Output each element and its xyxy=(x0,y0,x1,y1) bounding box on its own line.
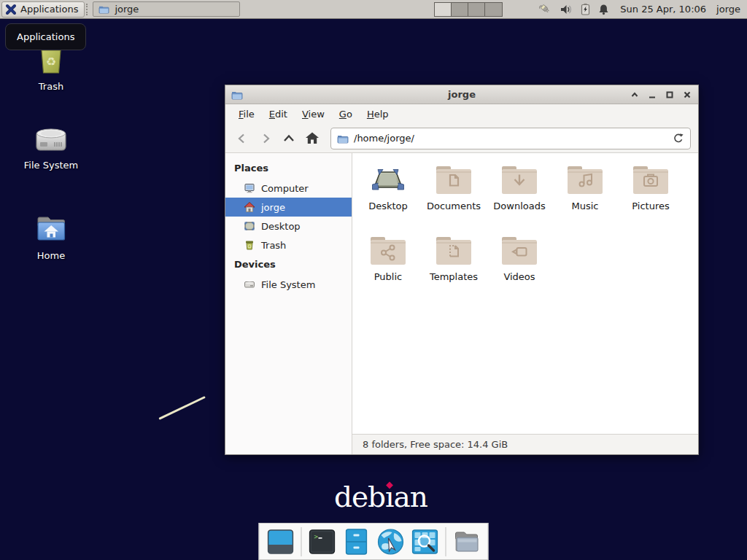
sidebar-item-filesystem[interactable]: File System xyxy=(225,275,352,294)
home-icon xyxy=(305,131,320,145)
menu-view[interactable]: View xyxy=(295,106,332,122)
sidebar-item-computer[interactable]: Computer xyxy=(225,179,352,198)
file-music[interactable]: Music xyxy=(552,163,618,233)
file-label: Pictures xyxy=(632,201,669,211)
titlebar[interactable]: jorge xyxy=(225,85,698,104)
application-finder-launcher[interactable] xyxy=(411,528,439,556)
menu-file[interactable]: File xyxy=(231,106,262,122)
volume-icon[interactable] xyxy=(560,4,573,15)
toolbar: /home/jorge/ xyxy=(225,124,698,153)
file-view: Desktop Documents xyxy=(352,153,698,454)
address-bar[interactable]: /home/jorge/ xyxy=(330,128,691,149)
sidebar-item-desktop[interactable]: Desktop xyxy=(225,217,352,236)
desktop-icon xyxy=(244,220,255,232)
network-plug-icon[interactable] xyxy=(539,3,552,15)
xfce-applications-icon xyxy=(5,4,17,15)
drive-icon xyxy=(244,279,255,290)
menubar: File Edit View Go Help xyxy=(225,104,698,124)
minimize-button[interactable] xyxy=(646,89,657,100)
sidebar-item-label: Trash xyxy=(261,240,286,251)
sidebar-item-trash[interactable]: Trash xyxy=(225,236,352,254)
sidebar-item-label: File System xyxy=(261,279,315,290)
folder-downloads-icon xyxy=(502,165,537,194)
folder-videos-icon xyxy=(502,236,537,265)
panel-username[interactable]: jorge xyxy=(716,4,740,15)
file-label: Desktop xyxy=(368,201,408,211)
back-icon xyxy=(236,132,249,145)
back-button[interactable] xyxy=(233,129,252,148)
folder-music-icon xyxy=(568,165,603,194)
workspace-2[interactable] xyxy=(452,3,468,16)
statusbar: 8 folders, Free space: 14.4 GiB xyxy=(352,434,698,454)
applications-tooltip: Applications xyxy=(5,23,86,50)
applications-menu-button[interactable]: Applications xyxy=(1,1,85,18)
file-desktop[interactable]: Desktop xyxy=(355,163,421,233)
show-desktop-launcher[interactable] xyxy=(267,528,295,556)
forward-icon xyxy=(259,132,272,145)
panel-handle[interactable] xyxy=(86,4,91,15)
notifications-bell-icon[interactable] xyxy=(598,4,609,15)
file-label: Videos xyxy=(503,271,535,282)
window-folder-icon xyxy=(231,90,243,100)
file-documents[interactable]: Documents xyxy=(421,163,487,233)
computer-icon xyxy=(244,182,255,194)
sidebar: Places Computer jorge xyxy=(225,153,352,454)
hard-drive-icon xyxy=(16,122,86,155)
sidebar-item-jorge[interactable]: jorge xyxy=(225,198,352,217)
file-grid[interactable]: Desktop Documents xyxy=(352,153,698,434)
file-public[interactable]: Public xyxy=(355,233,421,304)
desktop-icon-home[interactable]: Home xyxy=(16,213,86,261)
address-input[interactable]: /home/jorge/ xyxy=(354,133,667,144)
file-downloads[interactable]: Downloads xyxy=(487,163,552,233)
close-button[interactable] xyxy=(681,89,692,100)
up-button[interactable] xyxy=(279,129,298,148)
dock-separator xyxy=(301,527,302,556)
file-label: Documents xyxy=(427,201,481,211)
file-label: Public xyxy=(374,271,402,282)
menu-help[interactable]: Help xyxy=(360,106,396,122)
sidebar-heading-devices: Devices xyxy=(225,254,352,275)
forward-button[interactable] xyxy=(256,129,275,148)
file-pictures[interactable]: Pictures xyxy=(618,163,684,233)
taskbar-window-button[interactable]: jorge xyxy=(93,1,240,17)
desktop-icon-filesystem[interactable]: File System xyxy=(16,122,86,171)
workspace-1[interactable] xyxy=(435,3,452,16)
reload-icon[interactable] xyxy=(673,133,684,144)
file-templates[interactable]: Templates xyxy=(421,233,487,304)
desktop-icon-label: Trash xyxy=(16,81,86,92)
web-browser-globe-icon xyxy=(377,528,405,556)
menu-go[interactable]: Go xyxy=(332,106,360,122)
up-icon xyxy=(282,132,296,145)
file-manager-window: jorge File Edit View Go Help xyxy=(225,85,699,455)
shade-button[interactable] xyxy=(629,89,640,100)
svg-text:>: > xyxy=(314,533,319,540)
home-folder-icon xyxy=(16,213,86,245)
terminal-launcher[interactable]: > xyxy=(309,528,336,556)
home-button[interactable] xyxy=(303,129,322,148)
desktop-icon-label: File System xyxy=(16,160,86,171)
file-label: Downloads xyxy=(493,201,545,211)
home-icon xyxy=(244,201,255,213)
workspace-3[interactable] xyxy=(468,3,485,16)
folder-pictures-icon xyxy=(633,165,668,194)
file-manager-launcher[interactable] xyxy=(343,528,371,556)
folder-documents-icon xyxy=(436,165,471,194)
menu-edit[interactable]: Edit xyxy=(262,106,295,122)
svg-text:♻: ♻ xyxy=(46,55,56,69)
sidebar-item-label: Desktop xyxy=(261,221,301,232)
file-videos[interactable]: Videos xyxy=(487,233,552,304)
maximize-button[interactable] xyxy=(664,89,675,100)
file-cabinet-icon xyxy=(346,529,368,555)
web-browser-launcher[interactable] xyxy=(377,528,405,556)
battery-icon[interactable] xyxy=(581,3,590,15)
window-title: jorge xyxy=(225,89,698,100)
applications-menu-label: Applications xyxy=(20,4,78,15)
taskbar-window-label: jorge xyxy=(115,4,139,15)
file-label: Music xyxy=(572,201,599,211)
directory-menu-launcher[interactable] xyxy=(453,528,481,556)
workspace-4[interactable] xyxy=(485,3,502,16)
sidebar-heading-places: Places xyxy=(225,158,352,179)
desktop-icon-label: Home xyxy=(16,250,86,261)
panel-clock[interactable]: Sun 25 Apr, 10:06 xyxy=(620,4,706,15)
top-panel: Applications jorge xyxy=(0,0,747,19)
